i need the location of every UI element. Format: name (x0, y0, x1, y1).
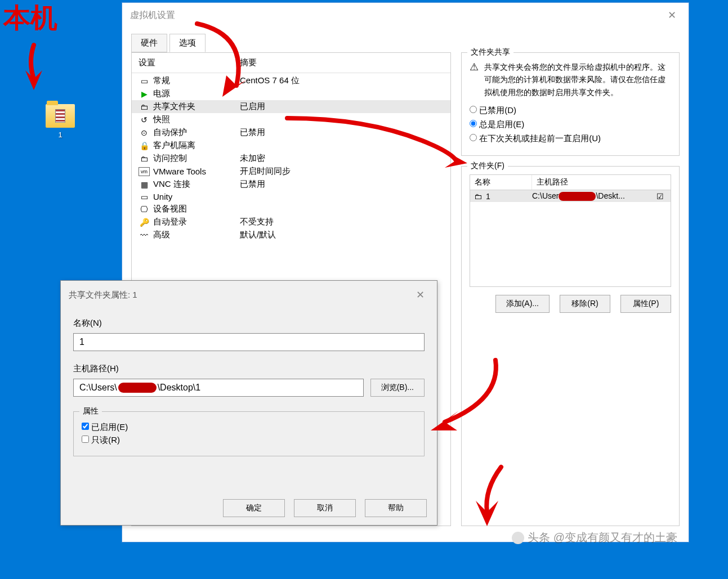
tab-options[interactable]: 选项 (169, 34, 206, 52)
sharing-group-title: 文件夹共享 (467, 47, 513, 57)
row-advanced[interactable]: 〰 高级 默认/默认 (132, 228, 450, 241)
row-unity[interactable]: ▭ Unity (132, 191, 450, 203)
annotation-host-label: 本机 (3, 0, 57, 36)
folders-group-title: 文件夹(F) (467, 161, 508, 171)
row-appliance-view[interactable]: 🖵 设备视图 (132, 203, 450, 216)
desktop-folder-icon[interactable]: 1 (39, 104, 81, 139)
enabled-checkbox[interactable]: 已启用(E) (82, 422, 416, 433)
folder-sharing-group: 文件夹共享 ⚠ 共享文件夹会将您的文件显示给虚拟机中的程序。这可能为您的计算机和… (461, 52, 680, 156)
row-snapshots[interactable]: ↺ 快照 (132, 113, 450, 126)
lock-icon: 🔒 (139, 141, 150, 150)
folders-col-name[interactable]: 名称 (470, 175, 532, 190)
advanced-icon: 〰 (139, 231, 150, 240)
close-icon[interactable]: ✕ (663, 7, 681, 24)
annotation-arrow-down (11, 39, 56, 101)
host-path-input[interactable]: C:\Users\\Desktop\1 (73, 379, 364, 397)
folder-properties-dialog: 共享文件夹属性: 1 ✕ 名称(N) 主机路径(H) C:\Users\\Des… (60, 280, 437, 526)
dialog-title: 虚拟机设置 (130, 10, 175, 21)
folders-list[interactable]: 名称 主机路径 🗀 1 C:\User\Deskt... ☑ (470, 174, 671, 287)
radio-disabled[interactable]: 已禁用(D) (470, 105, 671, 116)
autologin-icon: 🔑 (139, 218, 150, 227)
appliance-icon: 🖵 (139, 205, 150, 214)
autoprotect-icon: ⊙ (139, 128, 150, 137)
col-summary: 摘要 (240, 57, 257, 68)
row-vmware-tools[interactable]: vm VMware Tools 开启时间同步 (132, 165, 450, 178)
folder-row[interactable]: 🗀 1 C:\User\Deskt... ☑ (470, 190, 671, 202)
radio-always-enabled[interactable]: 总是启用(E) (470, 119, 671, 130)
row-general[interactable]: ▭ 常规 CentOS 7 64 位 (132, 74, 450, 87)
shared-folder-icon: 🗀 (139, 102, 150, 111)
attributes-group: 属性 已启用(E) 只读(R) (73, 411, 425, 456)
enabled-check-icon: ☑ (651, 192, 668, 201)
warning-text: 共享文件夹会将您的文件显示给虚拟机中的程序。这可能为您的计算机和数据带来风险。请… (484, 61, 671, 98)
radio-until-shutdown[interactable]: 在下次关机或挂起前一直启用(U) (470, 133, 671, 144)
remove-button[interactable]: 移除(R) (560, 295, 610, 313)
row-vnc[interactable]: ▦ VNC 连接 已禁用 (132, 178, 450, 191)
attributes-title: 属性 (79, 406, 102, 416)
tab-hardware[interactable]: 硬件 (131, 34, 167, 52)
watermark-logo-icon (512, 532, 524, 544)
folder-icon: 🗀 (472, 192, 484, 201)
name-input[interactable] (73, 333, 425, 351)
redacted-text (559, 192, 596, 201)
host-path-label: 主机路径(H) (73, 363, 425, 374)
help-button[interactable]: 帮助 (365, 499, 427, 517)
folders-col-host[interactable]: 主机路径 (532, 175, 671, 190)
row-access-control[interactable]: 🗀 访问控制 未加密 (132, 152, 450, 165)
watermark: 头条 @变成有颜又有才的土豪 (512, 530, 677, 545)
browse-button[interactable]: 浏览(B)... (370, 379, 425, 397)
vnc-icon: ▦ (139, 180, 150, 189)
properties-button[interactable]: 属性(P) (620, 295, 671, 313)
snapshot-icon: ↺ (139, 115, 150, 124)
col-setting: 设置 (139, 57, 240, 68)
close-icon[interactable]: ✕ (412, 286, 429, 303)
play-icon: ▶ (139, 89, 150, 98)
warning-icon: ⚠ (470, 61, 479, 98)
access-icon: 🗀 (139, 154, 150, 163)
folder-zip-icon (46, 104, 75, 128)
folders-group: 文件夹(F) 名称 主机路径 🗀 1 C:\User\Deskt... ☑ (461, 166, 680, 526)
row-autoprotect[interactable]: ⊙ 自动保护 已禁用 (132, 126, 450, 139)
row-shared-folders[interactable]: 🗀 共享文件夹 已启用 (132, 100, 450, 113)
desktop-icon-label: 1 (39, 131, 81, 139)
ok-button[interactable]: 确定 (223, 499, 285, 517)
name-label: 名称(N) (73, 318, 425, 329)
dialog-titlebar[interactable]: 虚拟机设置 ✕ (122, 3, 689, 28)
cancel-button[interactable]: 取消 (294, 499, 356, 517)
readonly-checkbox[interactable]: 只读(R) (82, 435, 416, 446)
unity-icon: ▭ (139, 192, 150, 201)
row-power[interactable]: ▶ 电源 (132, 87, 450, 100)
row-autologin[interactable]: 🔑 自动登录 不受支持 (132, 216, 450, 228)
redacted-text (118, 383, 157, 393)
row-guest-isolation[interactable]: 🔒 客户机隔离 (132, 139, 450, 152)
vmware-icon: vm (139, 167, 150, 176)
add-button[interactable]: 添加(A)... (495, 295, 550, 313)
props-titlebar[interactable]: 共享文件夹属性: 1 ✕ (61, 281, 437, 309)
general-icon: ▭ (139, 77, 150, 86)
